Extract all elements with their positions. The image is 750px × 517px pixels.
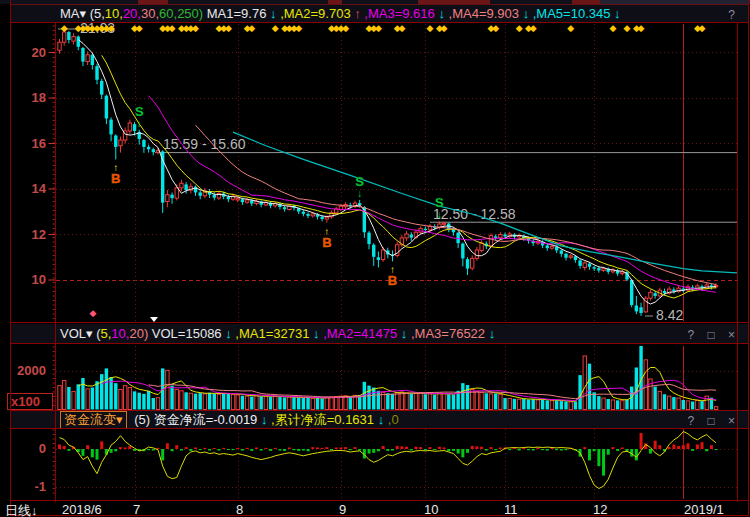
svg-text:◆: ◆ [398,23,405,33]
svg-text:12.50 - 12.58: 12.50 - 12.58 [433,206,516,222]
svg-text:◆: ◆ [530,23,537,33]
svg-text:◆: ◆ [441,23,448,33]
svg-text:↓: ↓ [437,209,442,220]
svg-text:↓: ↓ [357,188,362,199]
time-axis-bar: 日线↓ 2018/67891011122019/1 [11,502,748,515]
x-axis-label: 8 [236,502,243,517]
x-axis-label: 7 [133,502,140,517]
svg-text:◆: ◆ [375,23,382,33]
svg-text:◆: ◆ [638,23,645,33]
svg-text:◆: ◆ [342,23,349,33]
x-axis-label: 12 [593,502,607,517]
svg-text:14: 14 [32,181,47,196]
svg-text:◆: ◆ [516,23,523,33]
svg-text:◆: ◆ [427,23,434,33]
svg-text:16: 16 [32,136,46,151]
x-axis-label: 10 [424,502,438,517]
svg-text:◆: ◆ [169,23,176,33]
svg-text:◆: ◆ [90,308,97,318]
svg-text:◆: ◆ [624,23,631,33]
svg-text:◆: ◆ [108,23,115,33]
svg-text:10: 10 [32,272,46,287]
svg-text:◆: ◆ [699,23,706,33]
svg-text:2000: 2000 [17,363,46,378]
svg-text:◆: ◆ [492,23,499,33]
svg-text:18: 18 [32,90,46,105]
svg-text:◆: ◆ [225,23,232,33]
svg-text:B: B [388,273,397,288]
svg-text:◆: ◆ [192,23,199,33]
x-axis-label: 9 [339,502,346,517]
svg-text:20: 20 [32,45,46,60]
svg-text:x100: x100 [11,394,40,409]
svg-text:◆: ◆ [136,23,143,33]
svg-text:0: 0 [39,441,46,456]
x-axis-label: 2019/1 [684,502,724,517]
svg-text:◆: ◆ [61,23,68,33]
svg-text:◆: ◆ [272,23,279,33]
x-axis-label: 11 [504,502,518,517]
x-axis-label: 2018/6 [62,502,102,517]
svg-text:◆: ◆ [295,23,302,33]
svg-text:B: B [322,235,331,250]
svg-text:8.42: 8.42 [656,307,683,323]
svg-text:◆: ◆ [248,23,255,33]
svg-text:-1: -1 [34,479,46,494]
chart-canvas: 15.59 - 15.6012.50 - 12.5821.038.42↑BS↓↑… [0,0,750,517]
svg-text:↓: ↓ [137,118,142,129]
svg-text:12: 12 [32,227,46,242]
svg-text:B: B [111,171,120,186]
svg-text:S: S [135,104,144,119]
svg-text:S: S [355,174,364,189]
stock-chart-window: MA▾ (5,10,20,30,60,250) MA1=9.76 ↓ ,MA2=… [0,0,750,517]
svg-text:15.59 - 15.60: 15.59 - 15.60 [163,136,246,152]
svg-text:◆: ◆ [609,23,616,33]
period-selector[interactable]: 日线↓ [5,502,38,517]
svg-text:◆: ◆ [567,23,574,33]
svg-text:S: S [435,195,444,210]
